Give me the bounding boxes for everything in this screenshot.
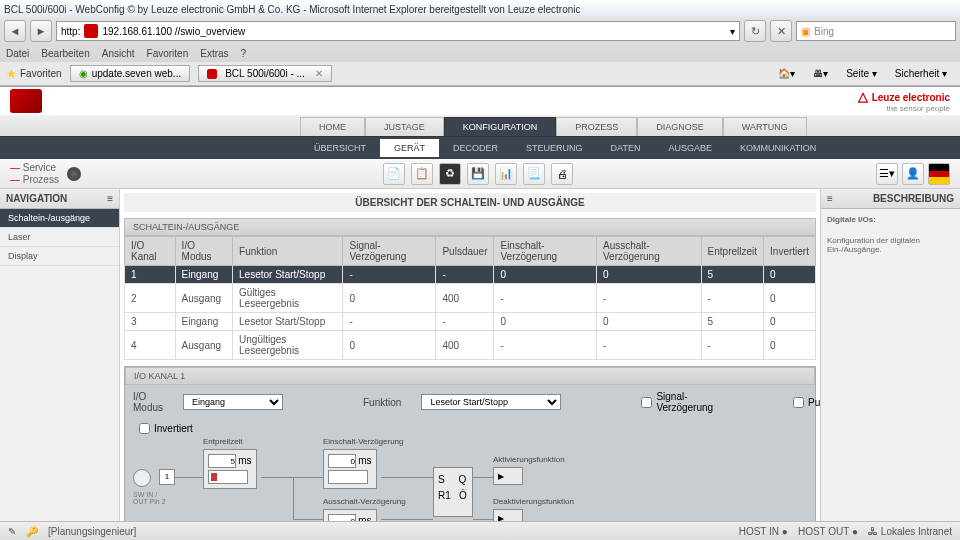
status-led	[67, 167, 81, 181]
brand-tagline: the sensor people	[858, 104, 950, 113]
subtab-ausgabe[interactable]: AUSGABE	[654, 139, 726, 157]
search-input[interactable]: ▣Bing	[796, 21, 956, 41]
site-icon	[84, 24, 98, 38]
einv-input[interactable]	[328, 454, 356, 468]
tab-1[interactable]: ◉update.seven web...	[70, 65, 191, 82]
nav-item-io[interactable]: Schaltein-/ausgänge	[0, 209, 119, 228]
user-role: [Planungsingenieur]	[48, 526, 136, 537]
host-out: HOST OUT ●	[798, 526, 858, 537]
signal-verz-check[interactable]: Signal-Verzögerung	[641, 391, 713, 413]
activation-icon[interactable]: ▶	[493, 467, 523, 485]
favorites-button[interactable]: ★Favoriten	[6, 67, 62, 81]
key-icon: 🔑	[26, 526, 38, 537]
io-diagram: Invertiert SW IN / OUT Pin 2 1 Entprellz…	[133, 419, 807, 521]
tool-icon-6[interactable]: 📃	[523, 163, 545, 185]
device-logo	[10, 89, 42, 113]
status-indicator: — Service — Prozess	[10, 162, 59, 185]
flag-de-icon[interactable]	[928, 163, 950, 185]
channel-header: I/O KANAL 1	[125, 367, 815, 385]
nav-item-laser[interactable]: Laser	[0, 228, 119, 247]
network-status: 🖧 Lokales Intranet	[868, 526, 952, 537]
back-button[interactable]: ◄	[4, 20, 26, 42]
invert-check[interactable]: Invertiert	[139, 423, 193, 434]
home-dropdown[interactable]: 🏠▾	[771, 65, 802, 82]
tool-icon-4[interactable]: 💾	[467, 163, 489, 185]
view-mode-icon[interactable]: ☰▾	[876, 163, 898, 185]
desc-body: Konfiguration der digitalen Ein-/Ausgäng…	[821, 230, 960, 260]
tool-icon-1[interactable]: 📄	[383, 163, 405, 185]
page-dropdown[interactable]: Seite ▾	[839, 65, 884, 82]
subtab-steuerung[interactable]: STEUERUNG	[512, 139, 597, 157]
sub-nav: ÜBERSICHT GERÄT DECODER STEUERUNG DATEN …	[0, 137, 960, 159]
subtab-daten[interactable]: DATEN	[597, 139, 655, 157]
host-in: HOST IN ●	[739, 526, 788, 537]
brand-name: △ Leuze electronic	[858, 89, 950, 104]
tab-home[interactable]: HOME	[300, 117, 365, 136]
print-dropdown[interactable]: 🖶▾	[806, 65, 835, 82]
stop-button[interactable]: ✕	[770, 20, 792, 42]
desc-subtitle: Digitale I/Os:	[821, 209, 960, 230]
close-icon[interactable]: ✕	[315, 68, 323, 79]
tab-diagnose[interactable]: DIAGNOSE	[637, 117, 723, 136]
entprell-input[interactable]	[208, 454, 236, 468]
security-dropdown[interactable]: Sicherheit ▾	[888, 65, 954, 82]
table-row[interactable]: 2AusgangGültiges Leseergebnis0400---0	[125, 284, 816, 313]
forward-button[interactable]: ►	[30, 20, 52, 42]
ausv-input[interactable]	[328, 514, 356, 521]
tool-icon-7[interactable]: 🖨	[551, 163, 573, 185]
browser-menu[interactable]: DateiBearbeitenAnsichtFavoritenExtras?	[0, 44, 960, 62]
tab-konfiguration[interactable]: KONFIGURATION	[444, 117, 556, 136]
user-icon[interactable]: 👤	[902, 163, 924, 185]
pulsdauer-check[interactable]: Pulsdauer	[793, 397, 820, 408]
io-modus-select[interactable]: Eingang	[183, 394, 283, 410]
window-title: BCL 500i/600i - WebConfig © by Leuze ele…	[0, 0, 960, 18]
subtab-uebersicht[interactable]: ÜBERSICHT	[300, 139, 380, 157]
subtab-geraet[interactable]: GERÄT	[380, 139, 439, 157]
io-table: I/O KanalI/O ModusFunktionSignal-Verzöge…	[124, 236, 816, 360]
edit-icon[interactable]: ✎	[8, 526, 16, 537]
table-row[interactable]: 1EingangLesetor Start/Stopp--0050	[125, 266, 816, 284]
tab-prozess[interactable]: PROZESS	[556, 117, 637, 136]
tool-icon-5[interactable]: 📊	[495, 163, 517, 185]
table-row[interactable]: 4AusgangUngültiges Leseergebnis0400---0	[125, 331, 816, 360]
table-row[interactable]: 3EingangLesetor Start/Stopp--0050	[125, 313, 816, 331]
tool-icon-2[interactable]: 📋	[411, 163, 433, 185]
pin-icon	[133, 469, 151, 487]
refresh-button[interactable]: ↻	[744, 20, 766, 42]
tool-refresh-icon[interactable]: ♻	[439, 163, 461, 185]
io-section-header: SCHALTEIN-/AUSGÄNGE	[124, 218, 816, 236]
tab-justage[interactable]: JUSTAGE	[365, 117, 444, 136]
page-title: ÜBERSICHT DER SCHALTEIN- UND AUSGÄNGE	[124, 193, 816, 212]
tab-2[interactable]: BCL 500i/600i - ...✕	[198, 65, 332, 82]
deactivation-icon[interactable]: ▶	[493, 509, 523, 521]
address-bar[interactable]: http: 192.168.61.100 //swio_overview ▾	[56, 21, 740, 41]
nav-panel-header: NAVIGATION≡	[0, 189, 119, 209]
desc-panel-header: ≡BESCHREIBUNG	[821, 189, 960, 209]
main-nav: HOME JUSTAGE KONFIGURATION PROZESS DIAGN…	[0, 115, 960, 137]
subtab-decoder[interactable]: DECODER	[439, 139, 512, 157]
nav-item-display[interactable]: Display	[0, 247, 119, 266]
tab-wartung[interactable]: WARTUNG	[723, 117, 807, 136]
subtab-kommunikation[interactable]: KOMMUNIKATION	[726, 139, 830, 157]
funktion-select[interactable]: Lesetor Start/Stopp	[421, 394, 561, 410]
